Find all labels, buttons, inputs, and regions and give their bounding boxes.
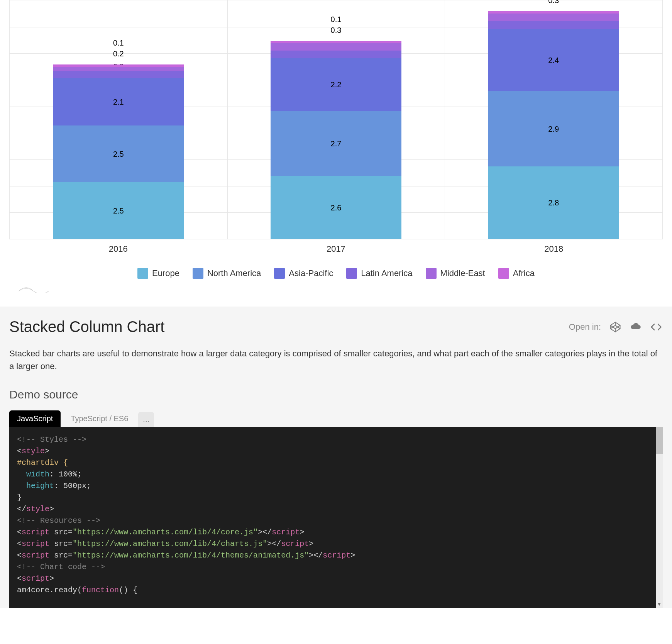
bar-segment[interactable]: 0.2	[53, 67, 184, 71]
bar-value-label: 2.1	[113, 98, 124, 106]
bar-segment[interactable]: 2.5	[53, 182, 184, 239]
open-in-bar: Open in:	[569, 321, 663, 333]
bar-slot: 2.52.52.10.30.20.1	[10, 0, 227, 239]
x-axis-tick: 2017	[227, 244, 445, 254]
bar-value-label: 2.8	[548, 199, 559, 207]
scrollbar-arrow-down-icon[interactable]: ▼	[656, 601, 663, 608]
bar-segment[interactable]: 2.2	[271, 58, 401, 111]
bar-value-label: 0.3	[488, 0, 619, 4]
legend-label: Europe	[152, 268, 179, 278]
legend-swatch	[193, 268, 203, 279]
page-title: Stacked Column Chart	[9, 318, 164, 336]
legend-label: North America	[207, 268, 261, 278]
legend-swatch	[426, 268, 437, 279]
bar-segment[interactable]: 0.3	[488, 14, 619, 21]
doc-header: Stacked Column Chart Open in:	[9, 318, 663, 336]
bar-segment[interactable]: 2.8	[488, 166, 619, 239]
amcharts-logo[interactable]	[19, 283, 663, 293]
bar-segment[interactable]: 0.1	[271, 41, 401, 43]
legend-label: Africa	[513, 268, 535, 278]
bar-segment[interactable]: 0.3	[53, 71, 184, 78]
bar-segment[interactable]: 0.3	[488, 21, 619, 29]
demo-source-heading: Demo source	[9, 388, 663, 401]
chart-legend: EuropeNorth AmericaAsia-PacificLatin Ame…	[9, 268, 663, 279]
open-in-label: Open in:	[569, 322, 601, 332]
bar-segment[interactable]: 2.7	[271, 111, 401, 176]
bar-value-label: 0.3	[271, 26, 401, 34]
legend-label: Asia-Pacific	[289, 268, 333, 278]
legend-swatch	[498, 268, 509, 279]
bar-value-label: 0.1	[271, 15, 401, 23]
legend-item[interactable]: Africa	[498, 268, 535, 279]
tab-typescript-es6[interactable]: TypeScript / ES6	[63, 410, 136, 427]
doc-section: Stacked Column Chart Open in:	[0, 307, 672, 608]
bar-stack[interactable]: 2.62.72.20.30.30.1	[271, 22, 401, 239]
bar-segment[interactable]: 0.1	[53, 64, 184, 67]
tab-javascript[interactable]: JavaScript	[9, 410, 61, 427]
legend-item[interactable]: Latin America	[346, 268, 412, 279]
codepen-icon[interactable]	[609, 321, 621, 333]
doc-description: Stacked bar charts are useful to demonst…	[9, 347, 663, 373]
bar-slot: 2.62.72.20.30.30.1	[227, 0, 445, 239]
bar-value-label: 0.1	[53, 39, 184, 47]
bar-value-label: 2.6	[331, 204, 342, 212]
legend-label: Latin America	[361, 268, 412, 278]
bar-segment[interactable]: 2.5	[53, 125, 184, 182]
code-icon[interactable]	[650, 321, 663, 333]
legend-label: Middle-East	[440, 268, 485, 278]
chart-bars: 2.52.52.10.30.20.12.62.72.20.30.30.12.82…	[10, 0, 662, 239]
bar-value-label: 0.2	[53, 50, 184, 58]
bar-segment[interactable]: 0.1	[488, 11, 619, 14]
scrollbar-vertical[interactable]: ▲ ▼	[656, 427, 663, 608]
bar-segment[interactable]: 0.3	[271, 51, 401, 58]
chart-area: 2.52.52.10.30.20.12.62.72.20.30.30.12.82…	[0, 0, 672, 293]
x-axis-tick: 2018	[445, 244, 663, 254]
bar-stack[interactable]: 2.82.92.40.30.30.1	[488, 6, 619, 239]
legend-item[interactable]: Middle-East	[426, 268, 485, 279]
legend-swatch	[346, 268, 357, 279]
legend-item[interactable]: Asia-Pacific	[274, 268, 333, 279]
bar-stack[interactable]: 2.52.52.10.30.20.1	[53, 35, 184, 239]
bar-value-label: 2.5	[113, 150, 124, 158]
x-axis-tick: 2016	[9, 244, 227, 254]
scrollbar-thumb[interactable]	[656, 427, 663, 454]
bar-value-label: 2.7	[331, 140, 342, 147]
bar-value-label: 2.2	[331, 81, 342, 88]
jsfiddle-icon[interactable]	[630, 321, 641, 333]
legend-item[interactable]: North America	[193, 268, 261, 279]
bar-segment[interactable]: 2.4	[488, 29, 619, 91]
chart-plot[interactable]: 2.52.52.10.30.20.12.62.72.20.30.30.12.82…	[9, 0, 663, 239]
bar-value-label: 2.9	[548, 125, 559, 133]
bar-segment[interactable]: 2.6	[271, 176, 401, 239]
bar-segment[interactable]: 0.3	[271, 43, 401, 51]
bar-segment[interactable]: 2.9	[488, 91, 619, 166]
code-block[interactable]: <!-- Styles --><style>#chartdiv { width:…	[9, 427, 663, 608]
bar-value-label: 2.4	[548, 56, 559, 64]
legend-swatch	[274, 268, 285, 279]
code-tabs: JavaScriptTypeScript / ES6...	[9, 410, 663, 427]
code-wrapper: <!-- Styles --><style>#chartdiv { width:…	[9, 427, 663, 608]
bar-segment[interactable]: 2.1	[53, 78, 184, 125]
bar-value-label: 2.5	[113, 207, 124, 215]
legend-swatch	[137, 268, 148, 279]
x-axis: 201620172018	[9, 244, 663, 254]
bar-slot: 2.82.92.40.30.30.1	[445, 0, 662, 239]
tab-more[interactable]: ...	[138, 412, 154, 427]
legend-item[interactable]: Europe	[137, 268, 179, 279]
